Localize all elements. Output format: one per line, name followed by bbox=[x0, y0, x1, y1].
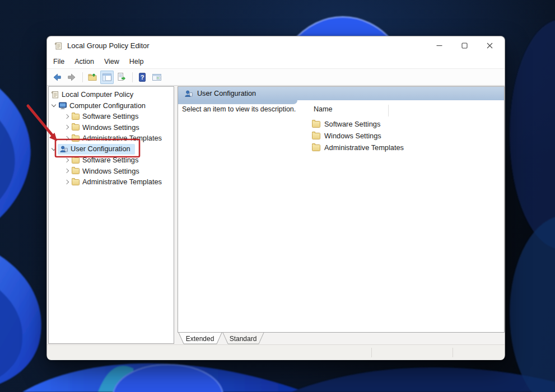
status-bar-separator bbox=[453, 348, 453, 357]
export-list-button[interactable] bbox=[115, 71, 128, 84]
user-configuration-icon bbox=[184, 89, 193, 98]
folder-icon bbox=[71, 123, 80, 132]
show-console-tree-button[interactable] bbox=[100, 71, 114, 84]
toolbar-separator bbox=[132, 72, 133, 82]
list-item-label: Software Settings bbox=[324, 120, 380, 128]
tree-item-label: Administrative Templates bbox=[82, 134, 162, 142]
chevron-collapsed-icon[interactable] bbox=[63, 167, 71, 175]
status-bar bbox=[47, 344, 505, 360]
close-icon bbox=[487, 43, 493, 49]
toolbar-separator bbox=[82, 72, 83, 82]
maximize-icon bbox=[461, 43, 468, 49]
tree-item-label: Windows Settings bbox=[82, 123, 139, 132]
chevron-expanded-icon[interactable] bbox=[50, 101, 58, 109]
console-tree-pane: Local Computer Policy Computer Configura… bbox=[48, 86, 174, 344]
menu-view[interactable]: View bbox=[99, 56, 124, 67]
action-pane-icon bbox=[152, 72, 162, 82]
svg-text:Extended: Extended bbox=[186, 335, 214, 343]
export-list-icon bbox=[116, 72, 127, 82]
folder-icon bbox=[312, 132, 321, 139]
minimize-icon bbox=[436, 43, 442, 49]
tree-item-label: Software Settings bbox=[82, 156, 138, 164]
user-configuration-icon bbox=[59, 144, 68, 153]
minimize-button[interactable] bbox=[427, 36, 452, 55]
folder-icon bbox=[312, 144, 321, 151]
folder-icon bbox=[71, 166, 80, 175]
help-button[interactable]: ? bbox=[136, 71, 149, 84]
folder-icon bbox=[312, 120, 321, 128]
tree-item-software-settings-computer[interactable]: Software Settings bbox=[49, 111, 174, 122]
tree-item-software-settings-user[interactable]: Software Settings bbox=[49, 155, 174, 166]
list-item-label: Administrative Templates bbox=[324, 143, 404, 152]
up-one-level-button[interactable] bbox=[86, 71, 99, 84]
selected-tree-item: User Configuration bbox=[58, 144, 135, 155]
policy-scroll-icon bbox=[50, 90, 59, 99]
computer-icon bbox=[58, 101, 67, 110]
extended-tab-curve bbox=[178, 100, 297, 104]
menu-help[interactable]: Help bbox=[124, 56, 149, 67]
show-console-tree-icon bbox=[102, 72, 112, 82]
menu-action[interactable]: Action bbox=[69, 56, 99, 67]
action-pane-button[interactable] bbox=[150, 71, 164, 84]
status-bar-separator bbox=[371, 348, 372, 357]
column-divider[interactable] bbox=[388, 105, 389, 116]
tree-item-administrative-templates-computer[interactable]: Administrative Templates bbox=[49, 133, 174, 144]
chevron-collapsed-icon[interactable] bbox=[63, 123, 71, 131]
close-button[interactable] bbox=[477, 36, 502, 55]
list-item-administrative-templates[interactable]: Administrative Templates bbox=[312, 142, 404, 153]
local-group-policy-editor-window: Local Group Policy Editor File Action Vi… bbox=[46, 36, 505, 360]
tree-item-label: Computer Configuration bbox=[69, 101, 146, 110]
tree-item-local-computer-policy[interactable]: Local Computer Policy bbox=[49, 89, 174, 100]
help-icon: ? bbox=[137, 72, 147, 82]
tree-item-windows-settings-computer[interactable]: Windows Settings bbox=[49, 122, 174, 133]
svg-text:Standard: Standard bbox=[230, 335, 257, 343]
tab-extended[interactable]: Extended bbox=[179, 333, 222, 344]
list-item-windows-settings[interactable]: Windows Settings bbox=[312, 130, 381, 142]
chevron-expanded-icon[interactable] bbox=[50, 145, 58, 153]
list-item-label: Windows Settings bbox=[324, 132, 381, 140]
maximize-button[interactable] bbox=[452, 36, 477, 55]
description-text: Select an item to view its description. bbox=[182, 105, 296, 113]
folder-icon bbox=[71, 178, 80, 186]
tree-item-label: Local Computer Policy bbox=[62, 90, 133, 99]
tree-item-windows-settings-user[interactable]: Windows Settings bbox=[49, 166, 174, 177]
menu-file[interactable]: File bbox=[48, 56, 69, 67]
tab-standard[interactable]: Standard bbox=[223, 333, 264, 344]
view-tabs: Extended Standard bbox=[178, 333, 306, 344]
results-pane-title: User Configuration bbox=[197, 90, 256, 97]
tree-item-user-configuration[interactable]: User Configuration bbox=[49, 144, 174, 155]
tree-item-label: Windows Settings bbox=[82, 167, 139, 175]
tree-item-label: Administrative Templates bbox=[82, 178, 162, 186]
title-bar[interactable]: Local Group Policy Editor bbox=[47, 36, 505, 55]
list-item-software-settings[interactable]: Software Settings bbox=[312, 118, 380, 130]
results-pane: User Configuration Select an item to vie… bbox=[178, 86, 505, 333]
chevron-collapsed-icon[interactable] bbox=[63, 178, 71, 186]
window-title: Local Group Policy Editor bbox=[67, 41, 150, 50]
menu-bar: File Action View Help bbox=[47, 55, 505, 68]
forward-button[interactable] bbox=[65, 71, 78, 84]
tree-item-label: Software Settings bbox=[82, 112, 138, 120]
folder-icon bbox=[71, 112, 80, 121]
back-icon bbox=[52, 72, 62, 82]
up-one-level-icon bbox=[87, 72, 97, 82]
chevron-collapsed-icon[interactable] bbox=[63, 156, 71, 164]
tree-item-computer-configuration[interactable]: Computer Configuration bbox=[49, 100, 174, 111]
back-button[interactable] bbox=[50, 71, 64, 84]
chevron-collapsed-icon[interactable] bbox=[63, 113, 71, 120]
folder-icon bbox=[71, 134, 80, 143]
column-header-name[interactable]: Name bbox=[314, 105, 333, 113]
chevron-collapsed-icon[interactable] bbox=[63, 134, 71, 142]
policy-scroll-icon bbox=[54, 41, 63, 50]
forward-icon bbox=[67, 72, 77, 82]
tree-item-label: User Configuration bbox=[71, 144, 130, 153]
folder-icon bbox=[71, 156, 80, 165]
svg-text:?: ? bbox=[141, 74, 144, 81]
tree-item-administrative-templates-user[interactable]: Administrative Templates bbox=[49, 176, 174, 188]
items-list: Name Software Settings Windows Settings … bbox=[306, 87, 504, 332]
toolbar: ? bbox=[47, 68, 505, 86]
